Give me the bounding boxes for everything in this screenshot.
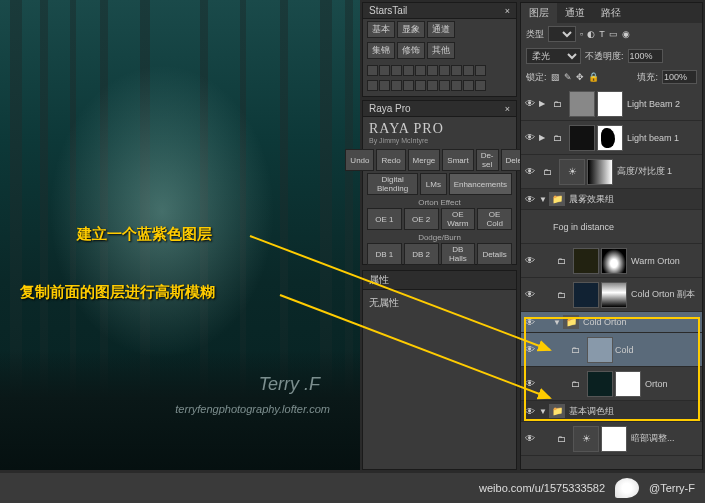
layer-name[interactable]: 高度/对比度 1 — [617, 165, 698, 178]
filter-icon[interactable]: ▭ — [609, 29, 618, 39]
st-small-btn[interactable] — [427, 80, 438, 91]
layer-mask-thumb[interactable] — [601, 248, 627, 274]
lock-all-icon[interactable]: 🔒 — [588, 72, 599, 82]
layer-row[interactable]: 👁🗀Cold Orton 副本 — [521, 278, 702, 312]
layer-row[interactable]: 👁🗀Cold — [521, 333, 702, 367]
layer-name[interactable]: Warm Orton — [631, 256, 698, 266]
layer-name[interactable]: Cold Orton 副本 — [631, 288, 698, 301]
expand-arrow-icon[interactable]: ▼ — [539, 407, 549, 416]
raya-redo[interactable]: Redo — [376, 149, 405, 171]
st-small-btn[interactable] — [439, 65, 450, 76]
layer-name[interactable]: Fog in distance — [553, 222, 698, 232]
layer-row[interactable]: 👁🗀☀高度/对比度 1 — [521, 155, 702, 189]
st-small-btn[interactable] — [439, 80, 450, 91]
tab-channels[interactable]: 通道 — [557, 3, 593, 23]
layer-row[interactable]: 👁🗀Warm Orton — [521, 244, 702, 278]
raya-tab-db[interactable]: Digital Blending — [367, 173, 418, 195]
layer-name[interactable]: Light Beam 2 — [627, 99, 698, 109]
st-small-btn[interactable] — [403, 80, 414, 91]
st-btn-1-0[interactable]: 集锦 — [367, 42, 395, 59]
raya-dbhalls[interactable]: DB Halls — [441, 243, 476, 265]
visibility-toggle-icon[interactable]: 👁 — [525, 132, 539, 143]
layer-thumb[interactable] — [569, 91, 595, 117]
visibility-toggle-icon[interactable]: 👁 — [525, 406, 539, 417]
raya-oe1[interactable]: OE 1 — [367, 208, 402, 230]
st-btn-0-0[interactable]: 基本 — [367, 21, 395, 38]
st-btn-1-2[interactable]: 其他 — [427, 42, 455, 59]
st-small-btn[interactable] — [415, 80, 426, 91]
st-small-btn[interactable] — [415, 65, 426, 76]
st-small-btn[interactable] — [403, 65, 414, 76]
layer-mask-thumb[interactable] — [597, 125, 623, 151]
visibility-toggle-icon[interactable]: 👁 — [525, 289, 539, 300]
expand-arrow-icon[interactable]: ▶ — [539, 99, 549, 108]
raya-merge[interactable]: Merge — [408, 149, 441, 171]
layer-name[interactable]: Cold Orton — [583, 317, 698, 327]
layer-thumb[interactable] — [569, 125, 595, 151]
visibility-toggle-icon[interactable]: 👁 — [525, 317, 539, 328]
visibility-toggle-icon[interactable]: 👁 — [525, 194, 539, 205]
layer-name[interactable]: 基本调色组 — [569, 405, 698, 418]
expand-arrow-icon[interactable]: ▼ — [539, 195, 549, 204]
raya-oecold[interactable]: OE Cold — [477, 208, 512, 230]
st-btn-0-1[interactable]: 显象 — [397, 21, 425, 38]
layer-thumb[interactable] — [587, 371, 613, 397]
st-small-btn[interactable] — [463, 80, 474, 91]
filter-icon[interactable]: ▫ — [580, 29, 583, 39]
close-icon[interactable]: × — [505, 6, 510, 16]
raya-tab-enh[interactable]: Enhancements — [449, 173, 512, 195]
st-small-btn[interactable] — [391, 65, 402, 76]
st-btn-1-1[interactable]: 修饰 — [397, 42, 425, 59]
layer-row[interactable]: 👁🗀Orton — [521, 367, 702, 401]
visibility-toggle-icon[interactable]: 👁 — [525, 344, 539, 355]
st-small-btn[interactable] — [367, 80, 378, 91]
kind-filter[interactable] — [548, 26, 576, 42]
st-small-btn[interactable] — [451, 65, 462, 76]
st-small-btn[interactable] — [475, 80, 486, 91]
layer-mask-thumb[interactable] — [587, 159, 613, 185]
layer-mask-thumb[interactable] — [597, 91, 623, 117]
layer-name[interactable]: Light beam 1 — [627, 133, 698, 143]
st-small-btn[interactable] — [463, 65, 474, 76]
raya-db1[interactable]: DB 1 — [367, 243, 402, 265]
visibility-toggle-icon[interactable]: 👁 — [525, 433, 539, 444]
layer-row[interactable]: 👁🗀☀暗部调整... — [521, 422, 702, 456]
expand-arrow-icon[interactable]: ▼ — [553, 318, 563, 327]
tab-layers[interactable]: 图层 — [521, 3, 557, 23]
layer-row[interactable]: 👁▼📁Cold Orton — [521, 312, 702, 333]
fill-input[interactable] — [662, 70, 697, 84]
layer-name[interactable]: Orton — [645, 379, 698, 389]
st-small-btn[interactable] — [391, 80, 402, 91]
layer-name[interactable]: 暗部调整... — [631, 432, 698, 445]
visibility-toggle-icon[interactable]: 👁 — [525, 166, 539, 177]
layer-mask-thumb[interactable] — [601, 426, 627, 452]
tab-paths[interactable]: 路径 — [593, 3, 629, 23]
layer-row[interactable]: Fog in distance — [521, 210, 702, 244]
layer-row[interactable]: 👁▶🗀Light beam 1 — [521, 121, 702, 155]
st-small-btn[interactable] — [451, 80, 462, 91]
layer-mask-thumb[interactable] — [601, 282, 627, 308]
raya-undo[interactable]: Undo — [345, 149, 374, 171]
filter-icon[interactable]: ◐ — [587, 29, 595, 39]
layer-name[interactable]: 晨雾效果组 — [569, 193, 698, 206]
raya-db2[interactable]: DB 2 — [404, 243, 439, 265]
lock-move-icon[interactable]: ✥ — [576, 72, 584, 82]
layer-thumb[interactable] — [573, 282, 599, 308]
visibility-toggle-icon[interactable]: 👁 — [525, 255, 539, 266]
layer-adj-icon[interactable]: ☀ — [559, 159, 585, 185]
st-small-btn[interactable] — [427, 65, 438, 76]
layer-thumb[interactable] — [587, 337, 613, 363]
lock-transparency-icon[interactable]: ▧ — [551, 72, 560, 82]
st-btn-0-2[interactable]: 通道 — [427, 21, 455, 38]
layer-row[interactable]: 👁▼📁基本调色组 — [521, 401, 702, 422]
layer-mask-thumb[interactable] — [615, 371, 641, 397]
layer-adj-icon[interactable]: ☀ — [573, 426, 599, 452]
raya-smart[interactable]: Smart — [442, 149, 473, 171]
raya-oewarm[interactable]: OE Warm — [441, 208, 476, 230]
st-small-btn[interactable] — [379, 65, 390, 76]
raya-tab-lm[interactable]: LMs — [420, 173, 446, 195]
filter-icon[interactable]: ◉ — [622, 29, 630, 39]
layer-row[interactable]: 👁▶🗀Light Beam 2 — [521, 87, 702, 121]
expand-arrow-icon[interactable]: ▶ — [539, 133, 549, 142]
layer-name[interactable]: Cold — [615, 345, 698, 355]
